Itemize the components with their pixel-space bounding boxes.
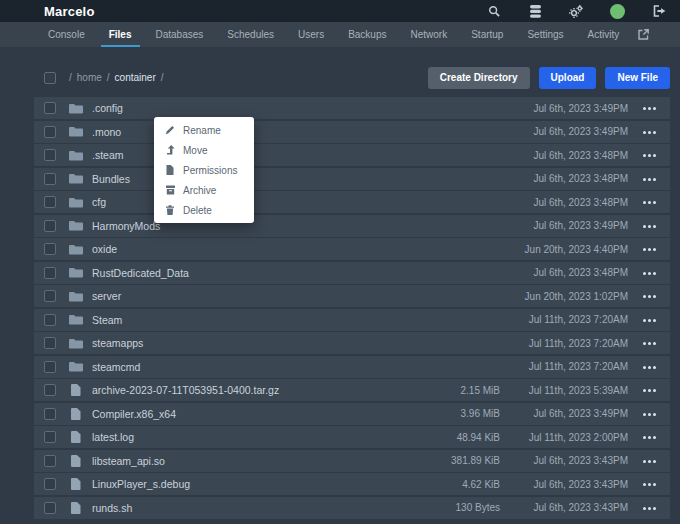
table-row[interactable]: runds.sh130 BytesJul 6th, 2023 3:43PM bbox=[34, 497, 670, 519]
tab-users[interactable]: Users bbox=[290, 22, 332, 47]
tab-console[interactable]: Console bbox=[40, 22, 93, 47]
table-row[interactable]: .monoJul 6th, 2023 3:49PM bbox=[34, 121, 670, 143]
row-actions-button[interactable] bbox=[628, 240, 670, 258]
table-row[interactable]: archive-2023-07-11T053951-0400.tar.gz2.1… bbox=[34, 379, 670, 401]
table-row[interactable]: BundlesJul 6th, 2023 3:48PM bbox=[34, 168, 670, 190]
menu-item-archive[interactable]: Archive bbox=[154, 180, 254, 200]
row-actions-button[interactable] bbox=[628, 405, 670, 423]
file-name[interactable]: Compiler.x86_x64 bbox=[92, 408, 405, 420]
table-row[interactable]: HarmonyModsJul 6th, 2023 3:49PM bbox=[34, 215, 670, 237]
external-link-icon[interactable] bbox=[638, 22, 649, 47]
row-actions-button[interactable] bbox=[628, 452, 670, 470]
file-name[interactable]: Steam bbox=[92, 314, 405, 326]
search-icon[interactable] bbox=[487, 4, 501, 18]
table-row[interactable]: libsteam_api.so381.89 KiBJul 6th, 2023 3… bbox=[34, 450, 670, 472]
file-name[interactable]: server bbox=[92, 290, 405, 302]
row-checkbox[interactable] bbox=[44, 267, 56, 279]
upload-button[interactable]: Upload bbox=[539, 67, 597, 89]
table-row[interactable]: cfgJul 6th, 2023 3:48PM bbox=[34, 191, 670, 213]
row-actions-button[interactable] bbox=[628, 123, 670, 141]
tab-activity[interactable]: Activity bbox=[580, 22, 628, 47]
row-actions-button[interactable] bbox=[628, 499, 670, 517]
table-row[interactable]: RustDedicated_DataJul 6th, 2023 3:48PM bbox=[34, 262, 670, 284]
file-name[interactable]: .config bbox=[92, 102, 405, 114]
tab-startup[interactable]: Startup bbox=[463, 22, 511, 47]
file-name[interactable]: LinuxPlayer_s.debug bbox=[92, 478, 405, 490]
tab-network[interactable]: Network bbox=[403, 22, 456, 47]
select-all-checkbox[interactable] bbox=[44, 72, 56, 84]
table-row[interactable]: .configJul 6th, 2023 3:49PM bbox=[34, 97, 670, 119]
row-checkbox[interactable] bbox=[44, 337, 56, 349]
file-name[interactable]: runds.sh bbox=[92, 502, 405, 514]
table-row[interactable]: steamcmdJul 11th, 2023 7:20AM bbox=[34, 356, 670, 378]
row-checkbox[interactable] bbox=[44, 243, 56, 255]
row-actions-button[interactable] bbox=[628, 381, 670, 399]
tab-files[interactable]: Files bbox=[101, 22, 140, 47]
file-name[interactable]: steamapps bbox=[92, 337, 405, 349]
file-name[interactable]: latest.log bbox=[92, 431, 405, 443]
table-row[interactable]: LinuxPlayer_s.debug4.62 KiBJul 6th, 2023… bbox=[34, 473, 670, 495]
row-actions-button[interactable] bbox=[628, 358, 670, 376]
row-checkbox[interactable] bbox=[44, 478, 56, 490]
row-checkbox[interactable] bbox=[44, 102, 56, 114]
row-actions-button[interactable] bbox=[628, 264, 670, 282]
logout-icon[interactable] bbox=[652, 4, 666, 18]
row-checkbox[interactable] bbox=[44, 384, 56, 396]
row-actions-button[interactable] bbox=[628, 146, 670, 164]
tab-databases[interactable]: Databases bbox=[148, 22, 212, 47]
row-actions-button[interactable] bbox=[628, 170, 670, 188]
row-actions-button[interactable] bbox=[628, 99, 670, 117]
tab-schedules[interactable]: Schedules bbox=[219, 22, 282, 47]
row-checkbox[interactable] bbox=[44, 408, 56, 420]
menu-item-move[interactable]: Move bbox=[154, 140, 254, 160]
file-name[interactable]: oxide bbox=[92, 243, 405, 255]
row-actions-button[interactable] bbox=[628, 193, 670, 211]
row-actions-button[interactable] bbox=[628, 287, 670, 305]
table-row[interactable]: steamappsJul 11th, 2023 7:20AM bbox=[34, 332, 670, 354]
row-checkbox[interactable] bbox=[44, 149, 56, 161]
breadcrumb-item[interactable]: container bbox=[115, 72, 156, 83]
row-checkbox[interactable] bbox=[44, 361, 56, 373]
folder-icon bbox=[68, 150, 84, 161]
row-actions-button[interactable] bbox=[628, 428, 670, 446]
row-checkbox[interactable] bbox=[44, 220, 56, 232]
file-name[interactable]: archive-2023-07-11T053951-0400.tar.gz bbox=[92, 384, 405, 396]
row-checkbox[interactable] bbox=[44, 314, 56, 326]
row-checkbox[interactable] bbox=[44, 502, 56, 514]
row-checkbox[interactable] bbox=[44, 173, 56, 185]
file-name[interactable]: steamcmd bbox=[92, 361, 405, 373]
tab-settings[interactable]: Settings bbox=[519, 22, 571, 47]
table-row[interactable]: oxideJun 20th, 2023 4:40PM bbox=[34, 238, 670, 260]
table-row[interactable]: .steamJul 6th, 2023 3:48PM bbox=[34, 144, 670, 166]
row-checkbox[interactable] bbox=[44, 196, 56, 208]
database-icon[interactable] bbox=[528, 4, 542, 18]
table-row[interactable]: latest.log48.94 KiBJul 11th, 2023 2:00PM bbox=[34, 426, 670, 448]
row-checkbox[interactable] bbox=[44, 431, 56, 443]
create-directory-button[interactable]: Create Directory bbox=[428, 67, 530, 89]
row-actions-button[interactable] bbox=[628, 217, 670, 235]
tab-backups[interactable]: Backups bbox=[340, 22, 394, 47]
file-size: 381.89 KiB bbox=[405, 455, 500, 466]
new-file-button[interactable]: New File bbox=[605, 67, 670, 89]
row-actions-button[interactable] bbox=[628, 475, 670, 493]
toolbar-buttons: Create Directory Upload New File bbox=[428, 67, 670, 89]
cogs-icon[interactable] bbox=[569, 4, 583, 18]
menu-item-rename[interactable]: Rename bbox=[154, 120, 254, 140]
row-checkbox[interactable] bbox=[44, 290, 56, 302]
avatar[interactable] bbox=[610, 4, 625, 19]
file-name[interactable]: libsteam_api.so bbox=[92, 455, 405, 467]
file-modified: Jul 11th, 2023 2:00PM bbox=[500, 432, 628, 443]
table-row[interactable]: SteamJul 11th, 2023 7:20AM bbox=[34, 309, 670, 331]
menu-item-delete[interactable]: Delete bbox=[154, 200, 254, 220]
menu-item-label: Archive bbox=[183, 185, 216, 196]
row-actions-button[interactable] bbox=[628, 334, 670, 352]
breadcrumb-item[interactable]: home bbox=[77, 72, 102, 83]
menu-item-label: Delete bbox=[183, 205, 212, 216]
row-actions-button[interactable] bbox=[628, 311, 670, 329]
menu-item-permissions[interactable]: Permissions bbox=[154, 160, 254, 180]
row-checkbox[interactable] bbox=[44, 126, 56, 138]
table-row[interactable]: Compiler.x86_x643.96 MiBJul 6th, 2023 3:… bbox=[34, 403, 670, 425]
file-name[interactable]: RustDedicated_Data bbox=[92, 267, 405, 279]
row-checkbox[interactable] bbox=[44, 455, 56, 467]
table-row[interactable]: serverJun 20th, 2023 1:02PM bbox=[34, 285, 670, 307]
